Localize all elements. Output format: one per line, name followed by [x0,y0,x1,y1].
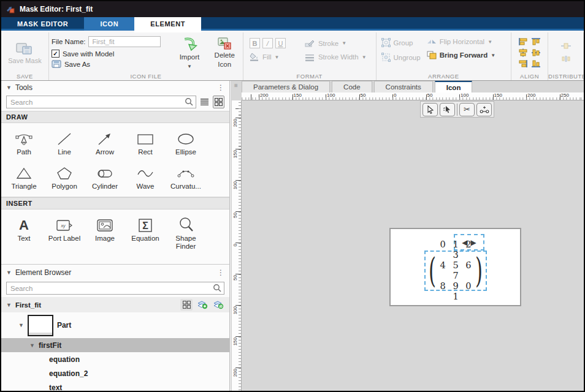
align-top-icon[interactable] [531,37,541,46]
grid-view-button[interactable] [213,96,224,108]
bold-button[interactable]: B [250,38,260,48]
selected-matrix-element[interactable]: ( 0 1 2 3 4 5 6 7 8 9 0 1 ) [424,251,487,291]
distribute-vertical-icon[interactable] [562,55,570,63]
flip-horizontal-button[interactable]: Flip Horizontal ▼ [427,38,496,45]
save-as-button[interactable]: Save As [52,60,170,68]
mask-editor-window: Mask Editor: First_fit MASK EDITOR ICON … [0,0,585,392]
canvas-floating-toolbar: ✂ [420,101,494,118]
tool-image[interactable]: Image [85,213,125,255]
bring-forward-button[interactable]: Bring Forward ▼ [427,51,496,59]
list-view-button[interactable] [199,96,210,108]
stroke-button[interactable]: Stroke ▼ [305,39,346,48]
tool-polygon[interactable]: Polygon [44,161,85,195]
window-title: Mask Editor: First_fit [20,5,93,13]
delete-icon [217,37,232,50]
file-name-input[interactable] [88,36,161,47]
ellipse-icon [177,132,195,146]
add-point-tool-button[interactable] [476,103,492,116]
ungroup-button[interactable]: Ungroup [381,53,421,62]
tools-panel-header[interactable]: ▼ Tools ⋮ [1,81,229,94]
tab-icon[interactable]: ICON [84,17,134,31]
italic-button[interactable]: / [262,38,273,48]
align-middle-icon[interactable] [531,48,541,57]
save-mask-button[interactable]: Save Mask [8,42,41,64]
direct-select-tool-button[interactable] [440,103,455,116]
save-with-model-checkbox[interactable]: ✓ Save with Model [52,50,170,58]
browser-grid-view-icon[interactable] [180,299,193,311]
tools-search-input[interactable] [6,96,196,108]
align-right-icon[interactable] [518,59,528,68]
tree-expand-icon[interactable]: ▼ [29,342,35,349]
tool-port-label[interactable]: xy Port Label [44,213,85,255]
polygon-icon [56,166,73,181]
element-browser-menu-icon[interactable]: ⋮ [217,268,224,277]
fill-icon [250,53,259,61]
tab-parameters-dialog[interactable]: Parameters & Dialog [242,81,330,92]
import-button[interactable]: Import ▼ [174,35,205,70]
tab-mask-editor[interactable]: MASK EDITOR [1,17,84,31]
shape-finder-icon [177,217,194,233]
tool-cylinder[interactable]: Cylinder [85,161,125,195]
tool-rect[interactable]: Rect [125,127,166,161]
tree-row-firstfit-child[interactable]: ▼ firstFit [1,338,229,352]
svg-text:xy: xy [61,224,66,228]
block-icon-preview[interactable]: ◀ ▶ ( 0 1 2 3 4 5 6 7 8 9 0 1 ) [389,228,521,306]
stroke-icon [305,39,315,48]
align-left-icon[interactable] [518,37,528,46]
equation-icon: Σ [137,218,153,233]
icon-canvas[interactable]: ✂ ◀ ▶ ( [242,100,584,391]
fill-button[interactable]: Fill ▼ [250,53,280,61]
tab-element[interactable]: ELEMENT [134,17,201,32]
tool-shape-finder[interactable]: Shape Finder [166,213,206,255]
duplicate-element-icon[interactable] [212,299,224,311]
tree-row-equation[interactable]: equation [1,352,229,366]
cut-tool-button[interactable]: ✂ [459,103,475,116]
save-mask-icon [15,42,34,55]
tool-line[interactable]: Line [44,127,85,161]
svg-text:Σ: Σ [142,221,148,231]
element-browser-search-input[interactable] [6,282,224,295]
tree-row-equation-2[interactable]: equation_2 [1,366,229,380]
element-browser-header[interactable]: ▼ Element Browser ⋮ [1,265,229,281]
tool-curvature[interactable]: Curvatu... [166,161,206,195]
panel-gap [1,257,229,265]
underline-button[interactable]: U [275,38,286,48]
tree-expand-icon[interactable]: ▼ [6,302,12,308]
add-element-icon[interactable] [196,299,208,311]
save-section-label: SAVE [1,73,48,80]
bring-forward-caret: ▼ [491,53,495,58]
tree-row-text[interactable]: text [1,380,229,391]
tab-constraints[interactable]: Constraints [374,81,433,92]
align-bottom-icon[interactable] [531,59,541,68]
tool-text[interactable]: A Text [4,213,44,255]
matrix-values: 0 1 2 3 4 5 6 7 8 9 0 1 [437,239,475,302]
wave-icon [136,166,155,181]
fill-dropdown-caret: ▼ [275,55,280,60]
triangle-icon [15,166,32,181]
path-icon [15,132,32,146]
tool-path[interactable]: Path [4,127,44,161]
import-icon [181,37,197,52]
tool-arrow[interactable]: Arrow [85,127,125,161]
text-icon: A [19,217,29,233]
tree-row-first-fit[interactable]: ▼ First_fit [1,297,229,312]
tool-triangle[interactable]: Triangle [4,161,44,195]
stroke-width-button[interactable]: Stroke Width ▼ [305,53,367,61]
tool-equation[interactable]: Σ Equation [125,213,166,255]
align-center-icon[interactable] [518,48,528,57]
select-tool-button[interactable] [422,103,438,116]
app-tabstrip: MASK EDITOR ICON ELEMENT [1,17,584,31]
tab-icon-editor[interactable]: Icon [435,81,473,92]
search-icon [185,97,193,106]
tree-row-part[interactable]: ▼ Part [1,312,229,338]
group-button[interactable]: Group [381,38,421,47]
distribute-horizontal-icon[interactable] [560,42,572,50]
tool-wave[interactable]: Wave [125,161,166,195]
tree-expand-icon[interactable]: ▼ [18,322,24,328]
panel-splitter-handle[interactable]: ≡ [232,82,240,90]
tools-menu-icon[interactable]: ⋮ [217,83,224,92]
tool-ellipse[interactable]: Ellipse [166,127,206,161]
insert-section-header: INSERT [1,197,229,209]
tab-code[interactable]: Code [332,81,372,92]
delete-icon-button[interactable]: Delete Icon [209,35,240,70]
